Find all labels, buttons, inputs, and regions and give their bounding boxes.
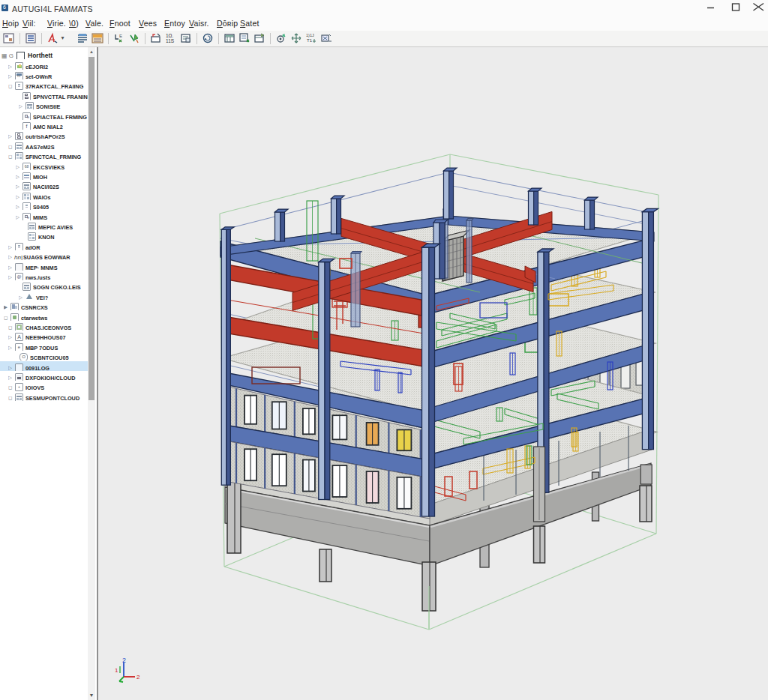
svg-text:2: 2 <box>136 674 140 681</box>
svg-text:1Ω.: 1Ω. <box>166 33 173 38</box>
svg-text:1: 1 <box>115 667 118 674</box>
svg-text:1)1J: 1)1J <box>306 33 314 37</box>
svg-text:2: 2 <box>122 657 126 664</box>
svg-text:11S: 11S <box>166 38 175 43</box>
svg-text:E: E <box>119 34 122 38</box>
svg-text:T1: T1 <box>307 38 313 43</box>
